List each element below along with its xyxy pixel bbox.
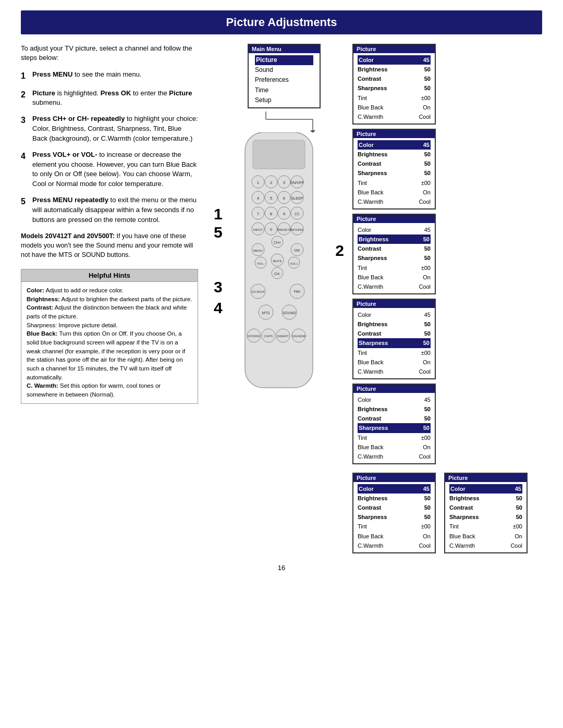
main-menu-item-preferences: Preferences	[255, 75, 313, 85]
step-2: 2 Picture is highlighted. Press OK to en…	[21, 89, 198, 108]
intro-text: To adjust your TV picture, select a chan…	[21, 44, 198, 63]
step-label-1: 1	[214, 205, 223, 223]
main-menu-box: Main Menu Picture Sound Preferences Time…	[248, 44, 321, 108]
svg-text:9: 9	[283, 212, 286, 216]
svg-text:SLEEP: SLEEP	[291, 196, 303, 200]
svg-text:GO BACK: GO BACK	[251, 290, 264, 293]
step-5: 5 Press MENU repeatedly to exit the menu…	[21, 195, 198, 225]
svg-text:0: 0	[270, 227, 273, 232]
main-menu-item-sound: Sound	[255, 65, 313, 75]
svg-text:2: 2	[270, 180, 273, 185]
main-menu-body: Picture Sound Preferences Time Setup	[249, 53, 320, 107]
picture-box-6: Picture Color45 Brightness50 Contrast50 …	[352, 473, 436, 553]
arrow-connector	[229, 112, 334, 132]
svg-text:CALENDAR: CALENDAR	[291, 335, 306, 338]
step-3: 3 Press CH+ or CH- repeatedly to highlig…	[21, 114, 198, 144]
step-label-3: 3	[214, 278, 223, 296]
svg-text:PRESETS: PRESETS	[277, 228, 291, 231]
remote-container: 1 5 2 3 4 1 2 3	[229, 132, 328, 400]
page-number: 16	[0, 564, 563, 582]
models-note: Models 20V412T and 20V500T: If you have …	[21, 231, 198, 260]
step-4: 4 Press VOL+ or VOL- to increase or decr…	[21, 150, 198, 189]
svg-text:INSERT: INSERT	[277, 335, 289, 338]
svg-text:MTS: MTS	[262, 311, 270, 315]
svg-text:FAV: FAV	[294, 290, 301, 293]
center-column: Main Menu Picture Sound Preferences Time…	[209, 44, 344, 553]
main-menu-item-setup: Setup	[255, 95, 313, 105]
svg-text:INFO/DEL: INFO/DEL	[290, 228, 303, 231]
svg-text:CH+: CH+	[274, 241, 281, 244]
svg-text:MUTE: MUTE	[273, 260, 282, 263]
connector-svg	[229, 112, 334, 132]
main-menu-item-time: Time	[255, 85, 313, 95]
picture-box-2: Picture Color45 Brightness50 Contrast50 …	[352, 129, 436, 209]
svg-text:ON/OFF: ON/OFF	[290, 181, 304, 184]
svg-text:SOUND: SOUND	[283, 311, 296, 315]
svg-text:4: 4	[257, 196, 260, 201]
svg-text:CAPS: CAPS	[264, 335, 273, 338]
center-right-area: Main Menu Picture Sound Preferences Time…	[209, 44, 542, 553]
svg-text:INPUT: INPUT	[253, 228, 263, 231]
svg-rect-5	[253, 140, 305, 169]
helpful-hints-title: Helpful Hints	[21, 269, 198, 282]
picture-box-3: Picture Color45 Brightness50 Contrast50 …	[352, 214, 436, 294]
svg-text:3: 3	[283, 180, 286, 185]
svg-text:7: 7	[257, 212, 260, 216]
main-menu-title: Main Menu	[249, 45, 320, 53]
svg-text:OK: OK	[294, 248, 300, 253]
svg-text:CH-: CH-	[274, 272, 281, 276]
left-column: To adjust your TV picture, select a chan…	[21, 44, 198, 553]
step-label-2: 2	[335, 242, 344, 260]
helpful-hints-body: Color: Adjust to add or reduce color. Br…	[21, 282, 198, 403]
svg-text:8: 8	[270, 212, 273, 216]
picture-box-5: Picture Color45 Brightness50 Contrast50 …	[352, 384, 436, 464]
bottom-picture-row: Picture Color45 Brightness50 Contrast50 …	[352, 473, 528, 553]
picture-box-4: Picture Color45 Brightness50 Contrast50 …	[352, 299, 436, 379]
svg-text:CC: CC	[295, 212, 300, 216]
svg-text:VOL-: VOL-	[257, 262, 264, 265]
svg-text:1: 1	[257, 180, 260, 185]
right-boxes: Picture Color45 Brightness50 Contrast50 …	[352, 44, 528, 553]
helpful-hints-box: Helpful Hints Color: Adjust to add or re…	[21, 269, 198, 404]
svg-text:6: 6	[283, 196, 286, 201]
step-label-5: 5	[214, 224, 223, 241]
svg-text:VOL+: VOL+	[290, 262, 298, 265]
main-menu-item-picture: Picture	[255, 55, 313, 65]
step-1: 1 Press MENU to see the main menu.	[21, 70, 198, 82]
svg-text:5: 5	[270, 196, 273, 201]
svg-text:NOTEPAD: NOTEPAD	[248, 335, 260, 338]
page-title: Picture Adjustments	[21, 10, 542, 34]
step-label-4: 4	[214, 299, 223, 317]
picture-box-7: Picture Color45 Brightness50 Contrast50 …	[444, 473, 528, 553]
remote-svg: 1 2 3 ON/OFF 4 5 6 SLEEP	[229, 132, 328, 398]
picture-box-1: Picture Color45 Brightness50 Contrast50 …	[352, 44, 436, 125]
svg-text:MENU: MENU	[253, 249, 263, 252]
